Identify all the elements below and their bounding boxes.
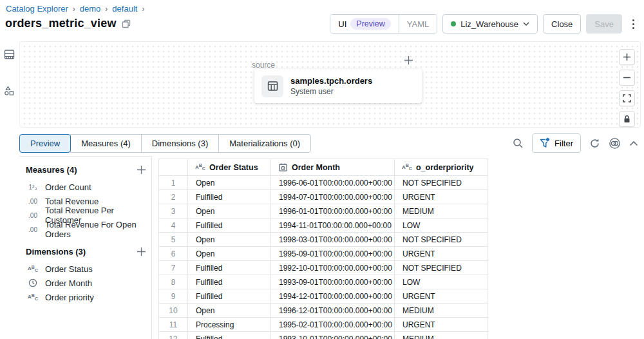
dimensions-section-title: Dimensions (3): [26, 247, 86, 257]
measure-item-total-revenue-open-orders[interactable]: .00 Total Revenue For Open Orders: [26, 222, 146, 237]
abc-icon: ABC: [195, 165, 205, 170]
ui-preview-segment[interactable]: UI Preview: [330, 15, 398, 33]
table-row[interactable]: 4Fulfilled1994-11-01T00:00:00.000+00:00L…: [159, 218, 488, 233]
row-number: 1: [159, 176, 188, 190]
fit-view-button[interactable]: [619, 90, 635, 106]
close-button[interactable]: Close: [543, 14, 581, 34]
filter-button[interactable]: Filter: [532, 133, 581, 153]
column-header-o-orderpriority[interactable]: ABCo_orderpriority: [395, 159, 488, 176]
cell-order-status: Open: [188, 176, 271, 190]
row-number: 7: [159, 261, 188, 275]
table-row[interactable]: 7Fulfilled1992-10-01T00:00:00.000+00:00N…: [159, 261, 488, 275]
cell-orderpriority: NOT SPECIFIED: [395, 261, 488, 275]
abc-icon: ABC: [402, 165, 412, 170]
cell-order-month: 1995-09-01T00:00:00.000+00:00: [271, 247, 395, 261]
cell-order-month: 1996-01-01T00:00:00.000+00:00: [271, 204, 395, 218]
dimension-label: Order Status: [45, 264, 93, 274]
warehouse-selector[interactable]: Liz_Warehouse: [442, 14, 538, 34]
abc-icon: ABC: [26, 266, 40, 271]
breadcrumb-default[interactable]: default: [112, 4, 137, 14]
cell-orderpriority: URGENT: [395, 247, 488, 261]
row-number: 12: [159, 332, 188, 339]
column-header-order-month[interactable]: Order Month: [271, 159, 395, 176]
breadcrumb-catalog-explorer[interactable]: Catalog Explorer: [6, 4, 68, 14]
add-node-plus-icon[interactable]: [404, 55, 413, 68]
collapse-chevron-up-icon[interactable]: [629, 140, 638, 146]
table-row[interactable]: 5Open1998-03-01T00:00:00.000+00:00NOT SP…: [159, 233, 488, 247]
lock-button[interactable]: [619, 111, 635, 127]
copy-icon[interactable]: [122, 19, 131, 28]
page-title: orders_metric_view: [5, 17, 117, 30]
dimension-item-order-status[interactable]: ABC Order Status: [26, 262, 146, 276]
cell-orderpriority: NOT SPECIFIED: [395, 176, 488, 190]
ui-label: UI: [338, 19, 346, 29]
add-dimension-plus-icon[interactable]: [137, 247, 146, 257]
table-row[interactable]: 1Open1996-06-01T00:00:00.000+00:00NOT SP…: [159, 176, 488, 190]
row-number: 11: [159, 318, 188, 332]
search-icon[interactable]: [513, 138, 524, 149]
dimension-label: Order Month: [45, 278, 92, 288]
source-table-owner: System user: [290, 87, 372, 96]
table-icon: [261, 75, 283, 97]
row-number: 6: [159, 247, 188, 261]
cell-order-status: Open: [188, 247, 271, 261]
save-button[interactable]: Save: [586, 14, 622, 34]
minus-icon: [623, 73, 631, 82]
kebab-menu-icon[interactable]: [627, 14, 639, 34]
source-table-node[interactable]: samples.tpch.orders System user: [254, 69, 422, 103]
fullscreen-icon: [623, 94, 631, 102]
table-row[interactable]: 10Open1996-12-01T00:00:00.000+00:00MEDIU…: [159, 304, 488, 318]
cell-order-month: 1993-09-01T00:00:00.000+00:00: [271, 275, 395, 289]
measures-dimensions-panel: Measures (4) 1²₃ Order Count .00 Total R…: [19, 156, 152, 339]
table-row[interactable]: 12Fulfilled1993-10-01T00:00:00.000+00:00…: [159, 332, 488, 339]
tab-measures[interactable]: Measures (4): [70, 134, 142, 153]
cell-order-status: Processing: [188, 318, 271, 332]
table-header-row: ABCOrder Status Order Month ABCo_orderpr…: [159, 159, 488, 176]
header-toolbar: UI Preview YAML Liz_Warehouse Close Save: [330, 14, 639, 34]
cell-orderpriority: NOT SPECIFIED: [395, 233, 488, 247]
measure-label: Total Revenue For Open Orders: [45, 220, 146, 239]
table-row[interactable]: 3Open1996-01-01T00:00:00.000+00:00MEDIUM: [159, 204, 488, 218]
zoom-in-button[interactable]: [619, 49, 635, 65]
dimension-item-order-month[interactable]: Order Month: [26, 276, 146, 290]
filter-label: Filter: [554, 139, 573, 148]
table-row[interactable]: 8Fulfilled1993-09-01T00:00:00.000+00:00L…: [159, 275, 488, 289]
table-row[interactable]: 6Open1995-09-01T00:00:00.000+00:00URGENT: [159, 247, 488, 261]
decimal-icon: .00: [26, 212, 40, 219]
breadcrumb-separator: ›: [142, 5, 144, 14]
tab-dimensions[interactable]: Dimensions (3): [141, 134, 219, 153]
source-table-name: samples.tpch.orders: [290, 76, 372, 86]
breadcrumb: Catalog Explorer › demo › default ›: [6, 4, 144, 14]
cell-orderpriority: LOW: [395, 275, 488, 289]
table-row[interactable]: 11Processing1995-02-01T00:00:00.000+00:0…: [159, 318, 488, 332]
cell-orderpriority: URGENT: [395, 318, 488, 332]
overlapping-circles-icon[interactable]: [609, 137, 621, 150]
cell-order-month: 1994-11-01T00:00:00.000+00:00: [271, 218, 395, 233]
zoom-out-button[interactable]: [619, 70, 635, 86]
refresh-icon[interactable]: [589, 138, 600, 149]
table-row[interactable]: 9Fulfilled1994-12-01T00:00:00.000+00:00U…: [159, 289, 488, 304]
measure-item-order-count[interactable]: 1²₃ Order Count: [26, 180, 146, 194]
tab-materializations[interactable]: Materializations (0): [218, 134, 311, 153]
chevron-down-icon: [523, 22, 529, 26]
table-row[interactable]: 2Fulfilled1994-07-01T00:00:00.000+00:00U…: [159, 190, 488, 204]
cell-order-month: 1996-06-01T00:00:00.000+00:00: [271, 176, 395, 190]
preview-data-table: ABCOrder Status Order Month ABCo_orderpr…: [158, 159, 488, 339]
measure-label: Total Revenue: [45, 197, 99, 206]
yaml-segment[interactable]: YAML: [399, 15, 437, 33]
calendar-clock-icon: [278, 162, 288, 172]
cell-orderpriority: MEDIUM: [395, 304, 488, 318]
metric-table-designer-icon[interactable]: [4, 49, 15, 63]
shapes-icon[interactable]: [4, 85, 15, 99]
row-number: 8: [159, 275, 188, 289]
column-label: Order Status: [209, 163, 258, 172]
add-measure-plus-icon[interactable]: [137, 165, 146, 175]
clock-icon: [26, 278, 40, 287]
column-header-order-status[interactable]: ABCOrder Status: [188, 159, 271, 176]
dimension-item-order-priority[interactable]: ABC Order priority: [26, 290, 146, 304]
breadcrumb-demo[interactable]: demo: [80, 4, 101, 14]
decimal-icon: .00: [26, 226, 40, 233]
tab-preview[interactable]: Preview: [19, 134, 71, 153]
measures-section-title: Measures (4): [26, 165, 77, 175]
cell-order-month: 1992-10-01T00:00:00.000+00:00: [271, 261, 395, 275]
